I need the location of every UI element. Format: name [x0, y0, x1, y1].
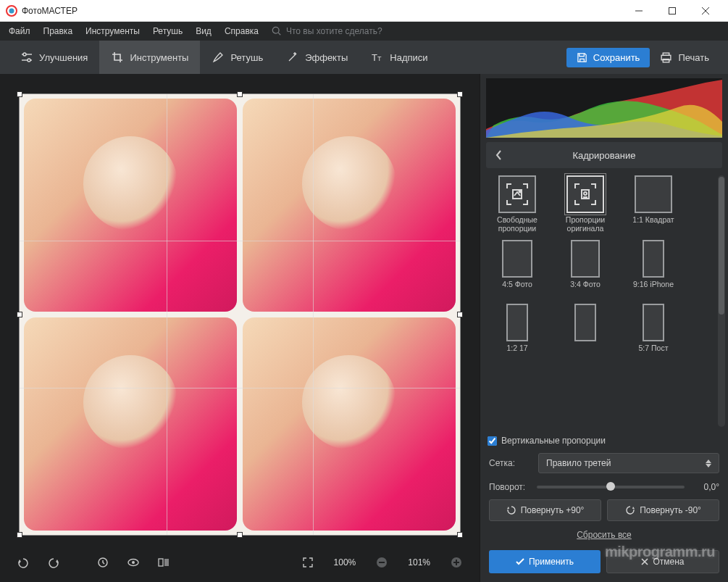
- cancel-button[interactable]: Отмена: [606, 550, 719, 573]
- crop-preset-free[interactable]: Свободные пропорции: [488, 175, 547, 233]
- preview-toggle[interactable]: [122, 552, 145, 573]
- vertical-proportions-row: Вертикальные пропорции: [480, 433, 728, 449]
- titlebar: ФотоМАСТЕР: [0, 0, 728, 22]
- menu-help[interactable]: Справка: [219, 24, 264, 38]
- panel-title: Кадрирование: [511, 150, 722, 161]
- zoom-out-button[interactable]: [370, 552, 393, 573]
- canvas[interactable]: [19, 93, 461, 536]
- crop-preset-3-4[interactable]: 3:4 Фото: [556, 240, 615, 296]
- undo-button[interactable]: [12, 552, 35, 573]
- slider-knob[interactable]: [606, 482, 615, 491]
- grid-dropdown[interactable]: Правило третей: [538, 453, 719, 473]
- canvas-area: 100% 101%: [0, 74, 480, 582]
- zoom-current-label[interactable]: 101%: [401, 557, 438, 568]
- crop-preset-4-5[interactable]: 4:5 Фото: [488, 240, 547, 296]
- rotate-plus-90-button[interactable]: Повернуть +90°: [489, 499, 601, 521]
- crop-handle[interactable]: [237, 532, 243, 538]
- histogram: [486, 78, 722, 138]
- redo-button[interactable]: [42, 552, 65, 573]
- crop-handle[interactable]: [17, 312, 22, 317]
- svg-point-22: [132, 561, 135, 564]
- crop-handle[interactable]: [457, 91, 463, 97]
- right-panel: Кадрирование Свободные пропорции Пропорц…: [480, 74, 728, 582]
- panel-header: Кадрирование: [486, 142, 722, 168]
- x-icon: [641, 558, 648, 565]
- apply-label: Применить: [529, 557, 574, 567]
- preset-label: 9:16 iPhone: [633, 280, 674, 296]
- print-button[interactable]: Печать: [650, 51, 719, 64]
- preset-label: 1:2 17: [506, 344, 527, 360]
- crop-preset-1-2[interactable]: 1:2 17: [488, 304, 547, 360]
- svg-rect-23: [159, 559, 163, 566]
- svg-rect-18: [664, 53, 670, 55]
- crop-preset-5-7[interactable]: 5:7 Пост: [624, 304, 683, 360]
- tab-effects-label: Эффекты: [305, 52, 348, 63]
- crop-handle[interactable]: [457, 312, 463, 317]
- svg-point-10: [23, 53, 26, 56]
- apply-button[interactable]: Применить: [489, 550, 601, 573]
- crop-handle[interactable]: [17, 91, 22, 97]
- dropdown-arrows-icon: [706, 460, 711, 467]
- minimize-button[interactable]: [622, 0, 656, 22]
- menu-search[interactable]: Что вы хотите сделать?: [266, 26, 382, 36]
- crop-icon: [111, 51, 124, 64]
- rotate-cw-icon: [506, 505, 516, 515]
- crop-preset-square[interactable]: 1:1 Квадрат: [624, 175, 683, 233]
- history-button[interactable]: [91, 552, 114, 573]
- svg-rect-3: [669, 7, 676, 14]
- compare-button[interactable]: [152, 552, 175, 573]
- preset-label: 1:1 Квадрат: [632, 216, 674, 232]
- preset-label: 4:5 Фото: [502, 280, 532, 296]
- zoom-fit-label[interactable]: 100%: [327, 557, 364, 568]
- crop-preset-original[interactable]: Пропорции оригинала: [556, 175, 615, 233]
- tab-enhance-label: Улучшения: [39, 52, 88, 63]
- rotate-slider[interactable]: [537, 486, 685, 489]
- fit-screen-button[interactable]: [296, 552, 319, 573]
- crop-preset-extra[interactable]: [556, 304, 615, 360]
- menu-view[interactable]: Вид: [190, 24, 217, 38]
- menu-search-placeholder: Что вы хотите сделать?: [286, 26, 382, 36]
- menu-file[interactable]: Файл: [3, 24, 36, 38]
- grid-value: Правило третей: [546, 458, 611, 468]
- tab-tools-label: Инструменты: [130, 52, 188, 63]
- save-icon: [577, 52, 587, 63]
- svg-point-1: [9, 8, 14, 13]
- svg-line-7: [278, 33, 280, 35]
- close-button[interactable]: [689, 0, 722, 22]
- zoom-in-button[interactable]: [445, 552, 468, 573]
- menubar: Файл Правка Инструменты Ретушь Вид Справ…: [0, 22, 728, 41]
- svg-text:T: T: [377, 55, 382, 62]
- tab-enhance[interactable]: Улучшения: [9, 41, 99, 74]
- print-button-label: Печать: [678, 52, 709, 63]
- preset-scrollbar[interactable]: [718, 175, 725, 427]
- menu-retouch[interactable]: Ретушь: [147, 24, 188, 38]
- vertical-proportions-checkbox[interactable]: [488, 436, 497, 446]
- reset-all-link[interactable]: Сбросить все: [480, 524, 728, 546]
- app-logo-icon: [6, 5, 17, 17]
- cancel-label: Отмена: [653, 557, 684, 567]
- svg-point-11: [28, 59, 30, 62]
- tab-retouch[interactable]: Ретушь: [200, 41, 275, 74]
- menu-edit[interactable]: Правка: [38, 24, 79, 38]
- crop-handle[interactable]: [17, 532, 22, 538]
- panel-back-button[interactable]: [486, 150, 511, 160]
- rotate-slider-row: Поворот: 0,0°: [480, 478, 728, 496]
- svg-text:T: T: [372, 52, 377, 63]
- photo-tile: [24, 317, 237, 531]
- maximize-button[interactable]: [656, 0, 689, 22]
- menu-tools[interactable]: Инструменты: [80, 24, 146, 38]
- tab-text[interactable]: TT Надписи: [359, 41, 439, 74]
- crop-handle[interactable]: [237, 91, 243, 97]
- rotate-value: 0,0°: [690, 482, 719, 492]
- text-icon: TT: [371, 51, 384, 64]
- crop-preset-9-16[interactable]: 9:16 iPhone: [624, 240, 683, 296]
- save-button[interactable]: Сохранить: [566, 48, 650, 67]
- rotate-minus-90-button[interactable]: Повернуть -90°: [607, 499, 719, 521]
- toolbar: Улучшения Инструменты Ретушь Эффекты TT …: [0, 41, 728, 74]
- brush-icon: [212, 51, 225, 64]
- tab-effects[interactable]: Эффекты: [275, 41, 359, 74]
- rotate-minus-90-label: Повернуть -90°: [640, 505, 701, 515]
- crop-handle[interactable]: [457, 532, 463, 538]
- svg-point-31: [519, 191, 522, 193]
- tab-tools[interactable]: Инструменты: [99, 41, 200, 74]
